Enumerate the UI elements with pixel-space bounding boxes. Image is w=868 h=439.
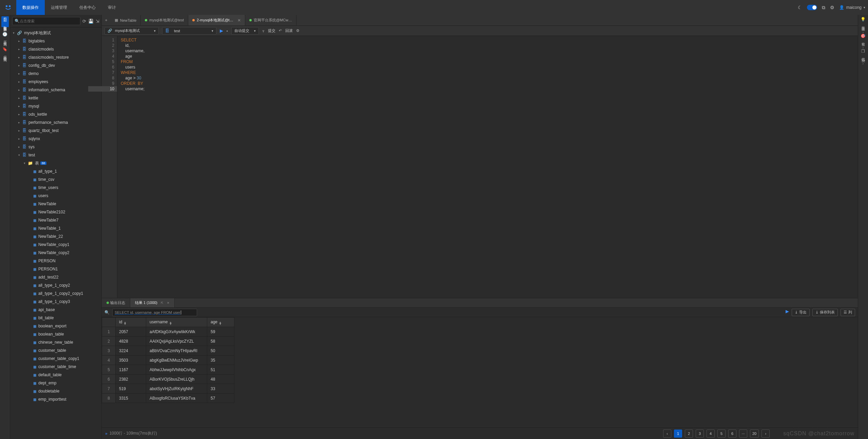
page-next[interactable]: ›: [761, 430, 770, 438]
tree-item[interactable]: ▦doubletable: [10, 387, 101, 395]
columns-button[interactable]: ☰列: [841, 309, 855, 316]
cell-username[interactable]: abgKgBwENMuzJVreIGwp: [146, 356, 207, 365]
cell-username[interactable]: ABorKVOjSbusZreLLQjh: [146, 375, 207, 384]
tree-item[interactable]: ▸🗄quartz_tlbot_test: [10, 127, 101, 135]
page-button[interactable]: 4: [707, 430, 715, 438]
save-icon[interactable]: 💾: [88, 19, 94, 24]
export-button[interactable]: ⤓导出: [792, 309, 810, 316]
nav-tab-1[interactable]: 运维管理: [45, 0, 73, 15]
tree-item[interactable]: ▦NewTable_1: [10, 224, 101, 232]
theme-toggle[interactable]: [807, 5, 817, 10]
page-prev[interactable]: ‹: [663, 430, 671, 438]
tree-item[interactable]: ▦default_table: [10, 371, 101, 379]
page-button[interactable]: 3: [696, 430, 704, 438]
cell-age[interactable]: 58: [207, 337, 234, 346]
cell-age[interactable]: 35: [207, 356, 234, 365]
cell-age[interactable]: 51: [207, 365, 234, 375]
tree-item[interactable]: ▦NewTable: [10, 200, 101, 208]
tree-item[interactable]: ▦PERSON: [10, 257, 101, 265]
rrail-lightbulb-icon[interactable]: 💡字段提示›: [861, 17, 866, 30]
nav-tab-3[interactable]: 审计: [102, 0, 122, 15]
cell-age[interactable]: 50: [207, 346, 234, 356]
table-row[interactable]: 7519abotSyVHjZuIRKyIgNhF33: [102, 384, 234, 394]
table-row[interactable]: 62382ABorKVOjSbusZreLLQjh48: [102, 375, 234, 384]
connection-dropdown[interactable]: 🔗 mysql本地测试 ▾: [104, 27, 159, 35]
rail-history-icon[interactable]: 🕘历史查询: [1, 31, 9, 42]
tree-item[interactable]: ▦time_csv: [10, 175, 101, 184]
cell-username[interactable]: aBbVOvaCzmNyTHIpavRl: [146, 346, 207, 356]
result-tab[interactable]: 结果 1 (1000) ⇱ ✕: [130, 298, 175, 307]
new-tab-button[interactable]: ＋: [102, 15, 111, 25]
tree-item[interactable]: ▸🗄performance_schema: [10, 118, 101, 127]
cell-username[interactable]: AAlXQxjiAgLksVpcZYZL: [146, 337, 207, 346]
database-dropdown[interactable]: 🗄 test ▾: [162, 27, 216, 35]
sort-icon[interactable]: ▲▼: [169, 322, 172, 325]
tree-item[interactable]: ▦emp_importtest: [10, 395, 101, 403]
cell-age[interactable]: 57: [207, 394, 234, 403]
tree-item[interactable]: ▸🗄kettle: [10, 94, 101, 102]
log-tab[interactable]: 输出日志: [102, 298, 130, 307]
tree-item[interactable]: ▸🗄bigtables: [10, 37, 101, 45]
tree-item[interactable]: ▸🗄classicmodels: [10, 45, 101, 53]
cell-id[interactable]: 3315: [116, 394, 146, 403]
rollback-button[interactable]: 回滚: [285, 28, 293, 33]
page-button[interactable]: 1: [674, 430, 682, 438]
tree-item[interactable]: ▦NewTable2102: [10, 208, 101, 216]
cell-id[interactable]: 519: [116, 384, 146, 394]
tree-item[interactable]: ▦NewTable_copy2: [10, 249, 101, 257]
editor-tab[interactable]: 官网平台系统@MCw…: [245, 15, 296, 25]
search-icon[interactable]: 🔍: [104, 310, 110, 315]
pin-icon[interactable]: ⇱: [161, 301, 163, 305]
run-button[interactable]: ▶: [220, 28, 223, 33]
tree-item[interactable]: ▦all_type_1_copy3: [10, 298, 101, 306]
commit-button[interactable]: 提交: [268, 28, 275, 33]
tree-item[interactable]: ▦PERSON1: [10, 265, 101, 273]
theme-moon-icon[interactable]: ☾: [798, 5, 802, 10]
tree-item[interactable]: ▾🔗mysql本地测试: [10, 29, 101, 37]
tree-item[interactable]: ▦customer_table_copy1: [10, 355, 101, 363]
column-header[interactable]: username▲▼: [146, 318, 207, 327]
table-row[interactable]: 51167AbhwJJwwpIVhihbCnAgx51: [102, 365, 234, 375]
stop-icon[interactable]: ▪: [227, 29, 228, 33]
tree-item[interactable]: ▸🗄ods_kettle: [10, 110, 101, 118]
tree-item[interactable]: ▦boolean_export: [10, 322, 101, 330]
tree-item[interactable]: ▦add_test22: [10, 273, 101, 281]
cell-id[interactable]: 2057: [116, 327, 146, 337]
tree-item[interactable]: ▦all_type_1_copy2_copy1: [10, 289, 101, 298]
tree-item[interactable]: ▦customer_table_time: [10, 363, 101, 371]
rail-database-icon[interactable]: 🗄数据源: [1, 16, 9, 27]
tree-item[interactable]: ▦NewTable_22: [10, 232, 101, 241]
close-icon[interactable]: ✕: [237, 18, 241, 23]
apps-icon[interactable]: ⧉: [822, 5, 825, 11]
nav-tab-0[interactable]: 数据操作: [16, 0, 45, 15]
tree-item[interactable]: ▸🗄mysql: [10, 102, 101, 110]
close-icon[interactable]: ✕: [167, 301, 170, 305]
page-button[interactable]: 20: [750, 430, 759, 438]
rrail-code-block-icon[interactable]: ❐代码块›: [861, 49, 866, 61]
tree-item[interactable]: ▸🗄classicmodels_restore: [10, 53, 101, 61]
tree-item[interactable]: ▸🗄employees: [10, 78, 101, 86]
tree-item[interactable]: ▸🗄demo: [10, 70, 101, 78]
tree-item[interactable]: ▦NewTable_copy1: [10, 241, 101, 249]
table-row[interactable]: 83315ABxxgfoRClusaYSKbTva57: [102, 394, 234, 403]
rrail-target-icon[interactable]: 🎯索引›: [861, 34, 866, 45]
cell-id[interactable]: 1167: [116, 365, 146, 375]
tree-item[interactable]: ▦all_type_1_copy2: [10, 281, 101, 289]
cell-id[interactable]: 3224: [116, 346, 146, 356]
cell-age[interactable]: 48: [207, 375, 234, 384]
editor-tab[interactable]: ▦NewTable: [111, 15, 141, 25]
refresh-icon[interactable]: ⟳: [82, 19, 86, 24]
sql-editor[interactable]: 12345678910 SELECT id, username, ageFROM…: [102, 36, 858, 298]
tree-item[interactable]: ▸🗄config_db_dev: [10, 61, 101, 70]
user-menu[interactable]: 👤 maicong ▾: [839, 5, 865, 10]
tree-item[interactable]: ▦boolean_table: [10, 330, 101, 338]
tree-item[interactable]: ▦NewTable7: [10, 216, 101, 224]
autocommit-dropdown[interactable]: 自动提交 ▾: [231, 27, 259, 35]
sidebar-search[interactable]: 🔍: [12, 17, 80, 25]
table-row[interactable]: 24828AAlXQxjiAgLksVpcZYZL58: [102, 337, 234, 346]
tree-item[interactable]: ▦users: [10, 192, 101, 200]
tree-item[interactable]: ▾📁表88: [10, 159, 101, 167]
sidebar-search-input[interactable]: [20, 19, 78, 23]
tree-item[interactable]: ▾🗄test: [10, 151, 101, 159]
results-grid[interactable]: id▲▼username▲▼age▲▼12057aAfDKkgGXvAywIik…: [102, 317, 858, 427]
